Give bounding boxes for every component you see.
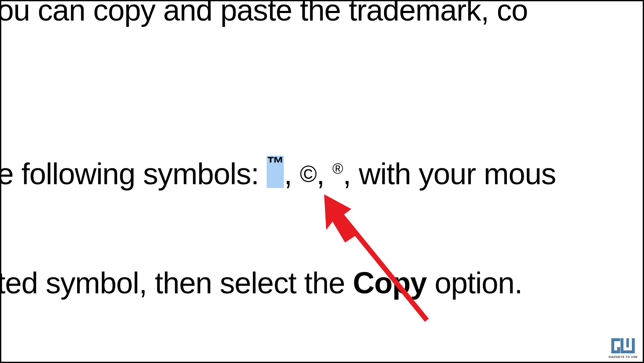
line3-prefix: ted symbol, then select the bbox=[0, 266, 353, 300]
watermark-logo: GADGETS TO USE bbox=[609, 337, 638, 358]
gu-logo-icon bbox=[610, 337, 636, 355]
line3-suffix: option. bbox=[426, 266, 522, 300]
watermark-tagline: GADGETS TO USE bbox=[609, 355, 638, 358]
line2-comma1: , bbox=[284, 157, 300, 191]
text-line-3[interactable]: ted symbol, then select the Copy option. bbox=[0, 266, 522, 300]
copyright-symbol: © bbox=[300, 161, 317, 187]
copy-bold-text: Copy bbox=[353, 266, 426, 300]
text-line-1[interactable]: ou can copy and paste the trademark, co bbox=[0, 0, 528, 27]
text-line-2[interactable]: e following symbols: ™, ©, ®, with your … bbox=[0, 157, 556, 191]
document-content: ou can copy and paste the trademark, co … bbox=[1, 1, 643, 362]
line2-suffix: , with your mous bbox=[343, 157, 556, 191]
highlighted-selection[interactable]: ™ bbox=[267, 156, 284, 188]
trademark-symbol: ™ bbox=[267, 153, 284, 173]
line2-prefix: e following symbols: bbox=[0, 157, 267, 191]
registered-symbol: ® bbox=[332, 160, 343, 177]
line2-comma2: , bbox=[317, 157, 332, 191]
